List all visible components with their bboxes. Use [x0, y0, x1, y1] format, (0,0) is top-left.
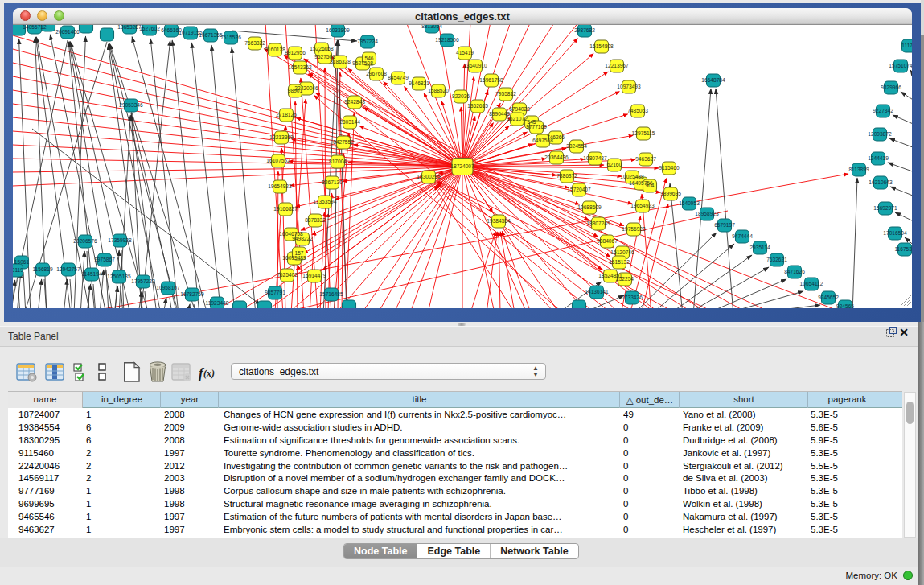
- svg-text:16782759: 16782759: [180, 291, 204, 297]
- svg-text:29053346: 29053346: [119, 102, 143, 108]
- svg-text:10025438: 10025438: [620, 174, 644, 179]
- svg-text:16210643: 16210643: [869, 179, 893, 185]
- svg-text:11923448: 11923448: [206, 300, 229, 306]
- svg-text:9242848: 9242848: [344, 99, 365, 105]
- svg-text:12093872: 12093872: [868, 131, 892, 137]
- svg-text:9899695: 9899695: [660, 191, 681, 196]
- svg-text:12213967: 12213967: [605, 63, 629, 68]
- svg-text:1588520: 1588520: [428, 88, 449, 93]
- svg-text:10688609: 10688609: [577, 204, 602, 210]
- svg-text:1244419: 1244419: [868, 155, 889, 161]
- svg-text:1145194: 1145194: [81, 271, 102, 277]
- svg-text:17359928: 17359928: [108, 237, 132, 243]
- svg-text:15720407: 15720407: [567, 187, 591, 192]
- svg-text:7485063: 7485063: [627, 108, 648, 113]
- svg-text:16107552: 16107552: [266, 158, 290, 163]
- svg-text:16543362: 16543362: [288, 64, 312, 70]
- svg-text:1621072: 1621072: [507, 116, 528, 122]
- svg-text:7886372: 7886372: [556, 173, 577, 179]
- svg-text:10807487: 10807487: [583, 155, 607, 161]
- svg-text:9975867: 9975867: [94, 257, 115, 262]
- svg-text:9463627: 9463627: [635, 156, 656, 162]
- svg-text:16914479: 16914479: [302, 273, 326, 278]
- svg-text:11353594: 11353594: [314, 199, 337, 204]
- svg-text:2987682: 2987682: [574, 27, 595, 33]
- svg-text:822036: 822036: [452, 93, 470, 99]
- svg-text:1733426: 1733426: [622, 295, 643, 300]
- svg-text:2967608: 2967608: [366, 71, 387, 76]
- svg-text:9498222: 9498222: [292, 236, 313, 241]
- svg-text:1156819: 1156819: [32, 266, 53, 272]
- svg-text:8912956: 8912956: [285, 50, 306, 56]
- svg-text:16154808: 16154808: [589, 43, 614, 49]
- svg-text:1362615: 1362615: [467, 103, 488, 109]
- svg-text:9777169: 9777169: [526, 124, 547, 130]
- svg-text:19218506: 19218506: [435, 37, 459, 43]
- svg-text:39119: 39119: [13, 267, 23, 273]
- svg-text:19166827: 19166827: [273, 206, 298, 212]
- svg-text:1527602: 1527602: [139, 26, 160, 31]
- svg-text:62160: 62160: [607, 162, 622, 167]
- svg-text:15226058: 15226058: [310, 46, 334, 51]
- svg-text:8186328: 8186328: [330, 59, 351, 64]
- svg-text:1615132: 1615132: [609, 259, 630, 265]
- svg-text:7632621: 7632621: [766, 257, 787, 262]
- svg-text:20691406: 20691406: [55, 29, 80, 35]
- svg-text:19654923: 19654923: [630, 203, 655, 208]
- svg-text:16120746: 16120746: [610, 249, 634, 255]
- svg-text:8113899: 8113899: [848, 167, 869, 172]
- svg-text:10653287: 10653287: [117, 25, 142, 30]
- svg-text:7663822: 7663822: [244, 40, 265, 46]
- svg-text:8160128: 8160128: [265, 47, 285, 52]
- svg-text:1167531: 1167531: [894, 246, 912, 252]
- svg-text:18807249: 18807249: [586, 220, 610, 226]
- svg-text:16961758: 16961758: [479, 77, 503, 83]
- svg-text:9245652: 9245652: [818, 295, 839, 300]
- svg-text:6794028: 6794028: [509, 106, 530, 112]
- svg-text:19654923: 19654923: [268, 183, 292, 189]
- svg-text:904: 904: [645, 183, 654, 188]
- svg-text:8427552: 8427552: [333, 139, 354, 145]
- svg-text:2935114: 2935114: [749, 245, 770, 250]
- svg-text:18300295: 18300295: [417, 174, 441, 179]
- svg-text:12975115: 12975115: [632, 130, 655, 136]
- svg-text:9857791: 9857791: [265, 290, 285, 295]
- svg-text:17957223: 17957223: [131, 278, 155, 284]
- svg-text:14055712: 14055712: [23, 25, 47, 30]
- svg-text:9146821: 9146821: [409, 80, 429, 86]
- svg-text:17016504: 17016504: [883, 230, 907, 236]
- svg-text:19384554: 19384554: [487, 218, 511, 224]
- svg-text:12505135: 12505135: [107, 274, 131, 279]
- svg-text:10958107: 10958107: [156, 285, 180, 290]
- svg-text:8454749: 8454749: [388, 75, 409, 80]
- svg-text:20364436: 20364436: [544, 154, 569, 160]
- svg-text:9227342: 9227342: [873, 108, 893, 113]
- svg-text:(x): (x): [203, 368, 215, 379]
- svg-text:3824554: 3824554: [566, 143, 587, 149]
- svg-text:15751074: 15751074: [889, 63, 912, 68]
- svg-text:19756928: 19756928: [622, 226, 646, 232]
- svg-text:252254: 252254: [616, 276, 634, 282]
- svg-text:18958923: 18958923: [695, 211, 719, 216]
- svg-text:18724007: 18724007: [450, 163, 474, 169]
- svg-text:14136141: 14136141: [585, 289, 609, 295]
- svg-text:15716485: 15716485: [319, 291, 343, 297]
- svg-text:15692971: 15692971: [873, 205, 897, 211]
- svg-text:10654112: 10654112: [800, 281, 823, 286]
- svg-text:7955812: 7955812: [495, 91, 516, 97]
- svg-text:16033809: 16033809: [326, 27, 350, 33]
- svg-text:12942757: 12942757: [56, 266, 80, 272]
- svg-text:6579197: 6579197: [714, 222, 735, 228]
- svg-text:9115460: 9115460: [659, 165, 680, 171]
- svg-text:7515526: 7515526: [220, 35, 241, 40]
- svg-text:2803144: 2803144: [339, 119, 360, 125]
- svg-text:746266: 746266: [547, 134, 565, 140]
- svg-text:9474444: 9474444: [732, 233, 753, 239]
- svg-text:546: 546: [364, 56, 373, 61]
- svg-text:11173: 11173: [901, 43, 912, 48]
- svg-text:98901: 98901: [288, 88, 303, 93]
- svg-text:9884067: 9884067: [597, 238, 618, 244]
- svg-text:10973493: 10973493: [617, 84, 641, 89]
- svg-text:12213369: 12213369: [269, 134, 294, 140]
- svg-text:13640910: 13640910: [463, 63, 487, 68]
